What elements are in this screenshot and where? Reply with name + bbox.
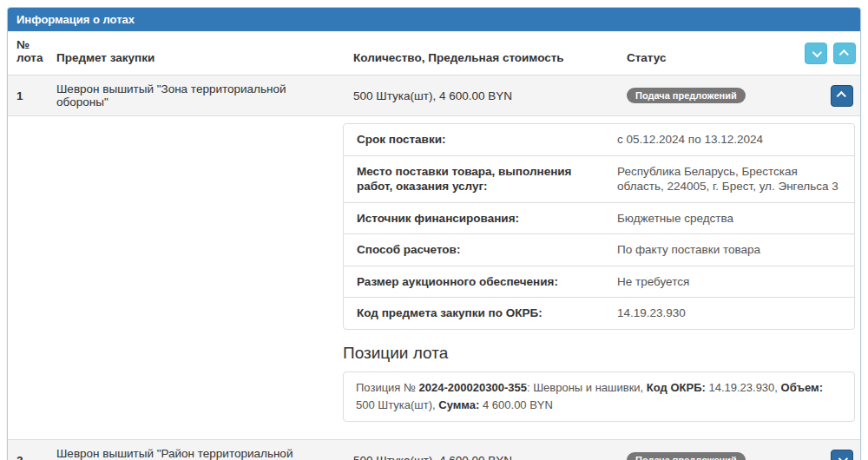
position-text: : Шевроны и нашивки,: [527, 381, 647, 394]
position-text: 14.19.23.930,: [706, 381, 781, 394]
detail-row: Способ расчетов: По факту поставки товар…: [344, 233, 854, 266]
detail-value: Не требуется: [617, 266, 854, 298]
header-status: Статус: [620, 31, 798, 76]
lot-status-cell: Подача предложений: [620, 76, 798, 116]
position-text: 4 600.00 BYN: [479, 398, 553, 411]
expand-all-button[interactable]: [805, 43, 827, 64]
lot-status-cell: Подача предложений: [620, 440, 798, 460]
table-row: 1 Шеврон вышитый "Зона территориальной о…: [8, 76, 860, 116]
position-okrb-label: Код ОКРБ:: [647, 381, 706, 394]
lot-collapse-button[interactable]: [831, 85, 853, 107]
chevron-up-icon: [838, 49, 848, 59]
position-sum-label: Сумма:: [438, 398, 479, 411]
detail-label: Место поставки товара, выполнения работ,…: [344, 156, 617, 202]
lot-subject: Шеврон вышитый "Район территориальной об…: [49, 440, 346, 460]
positions-title: Позиции лота: [343, 344, 855, 363]
position-number: 2024-200020300-355: [419, 381, 527, 394]
detail-value: с 05.12.2024 по 13.12.2024: [617, 124, 854, 155]
header-quantity: Количество, Предельная стоимость: [346, 31, 620, 76]
detail-label: Код предмета закупки по ОКРБ:: [344, 298, 617, 329]
table-header-row: № лота Предмет закупки Количество, Преде…: [8, 31, 860, 76]
collapse-all-button[interactable]: [833, 43, 856, 64]
detail-label: Способ расчетов:: [344, 234, 617, 266]
chevron-up-icon: [837, 91, 846, 101]
header-subject: Предмет закупки: [49, 31, 346, 76]
status-badge: Подача предложений: [627, 452, 746, 460]
chevron-down-icon: [812, 47, 822, 56]
position-text: Позиция №: [356, 381, 419, 394]
header-lot-number: № лота: [8, 31, 49, 76]
table-row: 2 Шеврон вышитый "Район территориальной …: [8, 440, 860, 460]
detail-value: По факту поставки товара: [617, 234, 854, 266]
detail-label: Размер аукционного обеспечения:: [344, 266, 617, 298]
position-volume-label: Объем:: [781, 381, 823, 394]
detail-value: 14.19.23.930: [617, 298, 854, 329]
panel-title: Информация о лотах: [8, 8, 860, 31]
lot-quantity: 500 Штука(шт), 4 600.00 BYN: [346, 76, 620, 116]
detail-value: Республика Беларусь, Брестская область, …: [617, 156, 854, 202]
lot-details-panel: Срок поставки: с 05.12.2024 по 13.12.202…: [343, 123, 855, 330]
lot-number: 2: [8, 440, 49, 460]
lots-panel: Информация о лотах № лота Предмет закупк…: [7, 7, 861, 460]
detail-row: Размер аукционного обеспечения: Не требу…: [344, 266, 854, 298]
chevron-down-icon: [838, 454, 848, 460]
detail-row: Источник финансирования: Бюджетные средс…: [344, 202, 854, 234]
lot-actions-cell: [798, 440, 860, 460]
lot-details-row: Срок поставки: с 05.12.2024 по 13.12.202…: [8, 116, 860, 440]
detail-value: Бюджетные средства: [617, 203, 854, 234]
position-item: Позиция № 2024-200020300-355: Шевроны и …: [343, 371, 855, 422]
detail-row: Место поставки товара, выполнения работ,…: [344, 155, 854, 202]
lot-expand-button[interactable]: [831, 450, 853, 460]
detail-label: Источник финансирования:: [344, 203, 617, 234]
lot-actions-cell: [798, 76, 860, 116]
lot-subject: Шеврон вышитый "Зона территориальной обо…: [49, 76, 346, 116]
detail-row: Срок поставки: с 05.12.2024 по 13.12.202…: [344, 124, 854, 155]
lots-table: № лота Предмет закупки Количество, Преде…: [8, 31, 860, 460]
header-controls: [798, 31, 860, 76]
status-badge: Подача предложений: [627, 88, 746, 103]
detail-row: Код предмета закупки по ОКРБ: 14.19.23.9…: [344, 297, 854, 329]
lot-details-cell: Срок поставки: с 05.12.2024 по 13.12.202…: [8, 116, 860, 440]
position-text: 500 Штука(шт),: [356, 398, 438, 411]
lot-number: 1: [8, 76, 49, 116]
lot-quantity: 500 Штука(шт), 4 600.00 BYN: [346, 440, 620, 460]
detail-label: Срок поставки:: [344, 124, 617, 155]
